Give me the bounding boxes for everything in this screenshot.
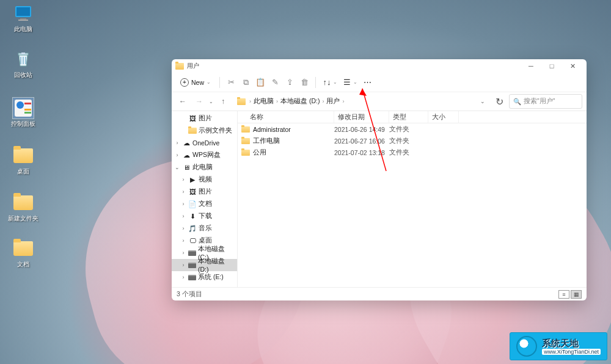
search-input[interactable]: 🔍 搜索"用户"	[509, 94, 582, 109]
file-row[interactable]: 工作电脑2021-06-27 16:06文件夹	[238, 135, 587, 147]
pictures-icon: 🖼	[188, 114, 197, 123]
desktop-icon: 🖵	[188, 236, 197, 245]
column-date[interactable]: 修改日期	[334, 111, 389, 123]
details-view-toggle[interactable]: ≡	[558, 290, 569, 299]
share-button[interactable]: ⇪	[282, 75, 297, 90]
status-bar: 3 个项目 ≡ ▦	[172, 287, 587, 300]
breadcrumb-users[interactable]: 用户	[326, 97, 340, 106]
pc-icon: 🖥	[182, 163, 191, 172]
svg-rect-8	[24, 112, 31, 114]
column-name[interactable]: 名称	[238, 111, 334, 123]
sidebar-item-图片[interactable]: 🖼图片	[172, 112, 237, 125]
desktop-icon-回收站[interactable]: 回收站	[5, 49, 42, 79]
cloud-icon: ☁	[182, 151, 191, 159]
chevron-icon[interactable]: ⌄	[174, 164, 180, 170]
chevron-icon[interactable]: ›	[180, 201, 186, 207]
chevron-down-icon[interactable]: ⌄	[480, 98, 485, 104]
drive-icon	[188, 250, 196, 256]
sidebar-item-WPS网盘[interactable]: ›☁WPS网盘	[172, 149, 237, 161]
file-list[interactable]: Administrator2021-06-26 14:49文件夹工作电脑2021…	[238, 123, 587, 287]
plus-icon: +	[180, 78, 189, 87]
svg-rect-2	[20, 18, 26, 20]
svg-point-6	[16, 101, 24, 109]
back-button[interactable]: ←	[176, 95, 189, 108]
sidebar-item-此电脑[interactable]: ⌄🖥此电脑	[172, 161, 237, 173]
column-type[interactable]: 类型	[389, 111, 428, 123]
maximize-button[interactable]: □	[541, 59, 562, 73]
up-button[interactable]: ↑	[216, 95, 230, 108]
pictures-icon: 🖼	[188, 187, 197, 196]
rename-button[interactable]: ✎	[268, 75, 282, 90]
desktop-icon-桌面[interactable]: 桌面	[5, 145, 42, 176]
chevron-icon[interactable]: ›	[180, 225, 186, 231]
chevron-icon[interactable]: ›	[180, 262, 186, 268]
sidebar-item-视频[interactable]: ›▶视频	[172, 173, 237, 186]
chevron-icon[interactable]: ›	[180, 250, 186, 256]
search-icon: 🔍	[513, 98, 521, 106]
svg-rect-3	[18, 20, 28, 21]
delete-button[interactable]: 🗑	[297, 75, 312, 90]
desktop-icon-文档[interactable]: 文档	[5, 238, 42, 269]
chevron-icon[interactable]: ›	[180, 189, 186, 195]
sidebar-item-文档[interactable]: ›📄文档	[172, 198, 237, 210]
cut-button[interactable]: ✂	[224, 75, 238, 90]
toolbar: + New ⌄ ✂ ⧉ 📋 ✎ ⇪ 🗑 ↑↓ ⌄ ☰ ⌄ ⋯	[172, 73, 587, 92]
chevron-icon[interactable]: ›	[180, 274, 186, 280]
svg-rect-1	[16, 7, 30, 16]
paste-button[interactable]: 📋	[253, 75, 268, 90]
docs-icon: 📄	[188, 200, 197, 208]
close-button[interactable]: ✕	[562, 59, 583, 73]
sidebar-item-图片[interactable]: ›🖼图片	[172, 186, 237, 198]
sidebar-item-本地磁盘 (D:)[interactable]: ›本地磁盘 (D:)	[172, 259, 237, 271]
cloud-icon: ☁	[182, 139, 191, 147]
chevron-icon[interactable]: ›	[174, 140, 180, 146]
column-size[interactable]: 大小	[428, 111, 459, 123]
svg-rect-5	[15, 100, 32, 117]
history-dropdown[interactable]: ⌄	[209, 99, 213, 104]
sidebar-item-音乐[interactable]: ›🎵音乐	[172, 222, 237, 235]
address-bar: ← → ⌄ ↑ › 此电脑 › 本地磁盘 (D:) › 用户 › ⌄ ↻ 🔍 搜…	[172, 92, 587, 111]
sort-button[interactable]: ↑↓	[320, 75, 334, 90]
file-explorer-window: 用户 ─ □ ✕ + New ⌄ ✂ ⧉ 📋 ✎ ⇪ 🗑 ↑↓ ⌄ ☰ ⌄ ⋯ …	[172, 59, 587, 300]
folder-icon	[241, 150, 250, 156]
watermark: 系统天地 www.XiTongTianDi.net	[510, 332, 607, 360]
chevron-icon[interactable]: ›	[180, 213, 186, 219]
desktop-icon-新建文件夹[interactable]: 新建文件夹	[5, 192, 42, 223]
copy-button[interactable]: ⧉	[238, 75, 253, 90]
chevron-icon[interactable]: ›	[180, 177, 186, 183]
refresh-button[interactable]: ↻	[492, 95, 506, 108]
music-icon: 🎵	[188, 224, 197, 233]
sidebar-item-OneDrive[interactable]: ›☁OneDrive	[172, 137, 237, 149]
sidebar-item-下载[interactable]: ›⬇下载	[172, 210, 237, 222]
folder-icon	[237, 98, 246, 105]
file-row[interactable]: 公用2021-07-02 13:18文件夹	[238, 147, 587, 158]
drive-icon	[188, 275, 196, 280]
download-icon: ⬇	[188, 212, 197, 220]
forward-button[interactable]: →	[192, 95, 206, 108]
desktop-icon-控制面板[interactable]: 控制面板	[5, 98, 42, 128]
watermark-logo-icon	[516, 336, 537, 357]
breadcrumb-drive-d[interactable]: 本地磁盘 (D:)	[280, 97, 320, 106]
video-icon: ▶	[188, 175, 197, 184]
file-list-panel: 名称 修改日期 类型 大小 Administrator2021-06-26 14…	[238, 111, 587, 287]
new-button[interactable]: + New ⌄	[175, 76, 216, 89]
minimize-button[interactable]: ─	[521, 59, 541, 73]
chevron-icon[interactable]: ›	[174, 152, 180, 158]
column-headers[interactable]: 名称 修改日期 类型 大小	[238, 111, 587, 123]
titlebar[interactable]: 用户 ─ □ ✕	[172, 59, 587, 73]
navigation-sidebar[interactable]: 🖼图片示例文件夹›☁OneDrive›☁WPS网盘⌄🖥此电脑›▶视频›🖼图片›📄…	[172, 111, 238, 287]
icons-view-toggle[interactable]: ▦	[571, 290, 582, 299]
chevron-icon[interactable]: ›	[180, 238, 186, 244]
folder-icon	[241, 138, 250, 144]
file-row[interactable]: Administrator2021-06-26 14:49文件夹	[238, 123, 587, 135]
view-button[interactable]: ☰	[340, 75, 354, 90]
desktop-icon-此电脑[interactable]: 此电脑	[5, 3, 42, 34]
more-button[interactable]: ⋯	[360, 75, 375, 90]
sidebar-item-示例文件夹[interactable]: 示例文件夹	[172, 125, 237, 137]
svg-rect-9	[24, 103, 31, 104]
sidebar-item-系统 (E:)[interactable]: ›系统 (E:)	[172, 271, 237, 283]
breadcrumb[interactable]: › 此电脑 › 本地磁盘 (D:) › 用户 › ⌄	[233, 94, 489, 109]
folder-icon	[241, 126, 250, 133]
window-title: 用户	[187, 62, 199, 70]
breadcrumb-this-pc[interactable]: 此电脑	[254, 97, 274, 106]
